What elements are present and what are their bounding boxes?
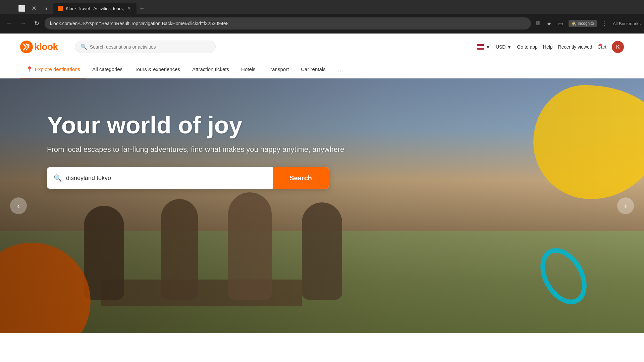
tab-list-button[interactable]: ▾	[43, 4, 50, 12]
currency-dropdown-icon: ▼	[507, 44, 512, 50]
more-options-icon: ...	[338, 65, 343, 73]
bookmark-star-button[interactable]: ★	[544, 18, 554, 29]
nav-transport-label: Transport	[268, 66, 289, 72]
currency-label: USD	[496, 44, 506, 50]
incognito-label: Incognito	[578, 21, 594, 26]
window-minimize-button[interactable]: —	[3, 4, 15, 13]
nav-car-label: Car rentals	[301, 66, 325, 72]
refresh-button[interactable]: ↻	[32, 18, 42, 29]
header-search-icon: 🔍	[80, 44, 87, 50]
nav-item-more[interactable]: ...	[332, 60, 350, 78]
hero-next-arrow[interactable]: ›	[617, 197, 634, 214]
browser-tab[interactable]: Klook Travel - Activities, tours, ✕	[53, 3, 137, 14]
go-to-app-button[interactable]: Go to app	[517, 44, 538, 50]
hero-content: Your world of joy From local escapes to …	[0, 78, 644, 189]
more-actions-button[interactable]: ⋮	[599, 18, 610, 29]
main-navigation: 📍 Explore destinations All categories To…	[0, 60, 644, 78]
new-tab-button[interactable]: +	[137, 3, 147, 14]
hero-search-button[interactable]: Search	[273, 167, 329, 189]
nav-item-tours[interactable]: Tours & experiences	[128, 60, 186, 78]
nav-attraction-label: Attraction tickets	[192, 66, 229, 72]
nav-item-categories[interactable]: All categories	[86, 60, 128, 78]
chevron-left-icon: ‹	[17, 201, 20, 210]
hero-title: Your world of joy	[47, 112, 597, 138]
currency-button[interactable]: USD ▼	[496, 44, 512, 50]
tab-title: Klook Travel - Activities, tours,	[66, 6, 124, 11]
nav-categories-label: All categories	[92, 66, 122, 72]
nav-item-hotels[interactable]: Hotels	[235, 60, 262, 78]
recently-viewed-button[interactable]: Recently viewed	[558, 44, 592, 50]
hero-search-input[interactable]	[66, 175, 266, 182]
cart-notification-dot	[599, 44, 602, 46]
us-flag-icon	[477, 44, 484, 50]
header-search-bar[interactable]: 🔍	[75, 41, 216, 53]
incognito-icon: 🕵	[571, 21, 576, 26]
hero-subtitle: From local escapes to far-flung adventur…	[47, 145, 597, 154]
klook-logo-text: klook	[34, 42, 58, 52]
cart-button[interactable]: Cart	[598, 44, 606, 50]
chevron-right-icon: ›	[624, 201, 627, 210]
nav-hotels-label: Hotels	[241, 66, 256, 72]
hero-search-icon: 🔍	[54, 174, 62, 182]
klook-logo-mark	[20, 41, 33, 53]
eye-slash-icon[interactable]: 👁̸	[534, 18, 543, 29]
window-maximize-button[interactable]: ⬜	[15, 3, 28, 13]
flag-dropdown-icon: ▼	[486, 44, 490, 50]
language-button[interactable]: ▼	[477, 44, 490, 50]
user-avatar[interactable]: K	[612, 41, 624, 53]
forward-button[interactable]: →	[17, 18, 29, 29]
split-screen-button[interactable]: ▭	[555, 18, 566, 29]
nav-tours-label: Tours & experiences	[135, 66, 180, 72]
header-search-input[interactable]	[90, 44, 210, 50]
nav-item-transport[interactable]: Transport	[262, 60, 295, 78]
address-bar[interactable]	[45, 17, 531, 29]
nav-item-car-rentals[interactable]: Car rentals	[295, 60, 331, 78]
nav-explore-label: Explore destinations	[35, 66, 80, 72]
header-right-section: ▼ USD ▼ Go to app Help Recently viewed C…	[477, 41, 624, 53]
svg-point-1	[27, 44, 30, 47]
help-button[interactable]: Help	[543, 44, 553, 50]
site-header: klook 🔍 ▼ USD ▼ Go to app Help Recently …	[0, 34, 644, 60]
back-button[interactable]: ←	[3, 18, 15, 29]
nav-item-attraction[interactable]: Attraction tickets	[186, 60, 235, 78]
tab-favicon	[58, 6, 63, 11]
hero-section: Your world of joy From local escapes to …	[0, 78, 644, 333]
tab-close-button[interactable]: ✕	[126, 6, 132, 11]
hero-search-bar: 🔍 Search	[47, 167, 329, 189]
bookmarks-label[interactable]: All Bookmarks	[613, 21, 641, 26]
hero-prev-arrow[interactable]: ‹	[10, 197, 27, 214]
window-close-button[interactable]: ✕	[29, 3, 39, 13]
nav-item-explore[interactable]: 📍 Explore destinations	[20, 60, 86, 78]
location-pin-icon: 📍	[26, 66, 33, 72]
klook-logo[interactable]: klook	[20, 41, 58, 53]
incognito-badge: 🕵 Incognito	[569, 20, 597, 27]
hero-search-input-wrap[interactable]: 🔍	[47, 167, 273, 189]
